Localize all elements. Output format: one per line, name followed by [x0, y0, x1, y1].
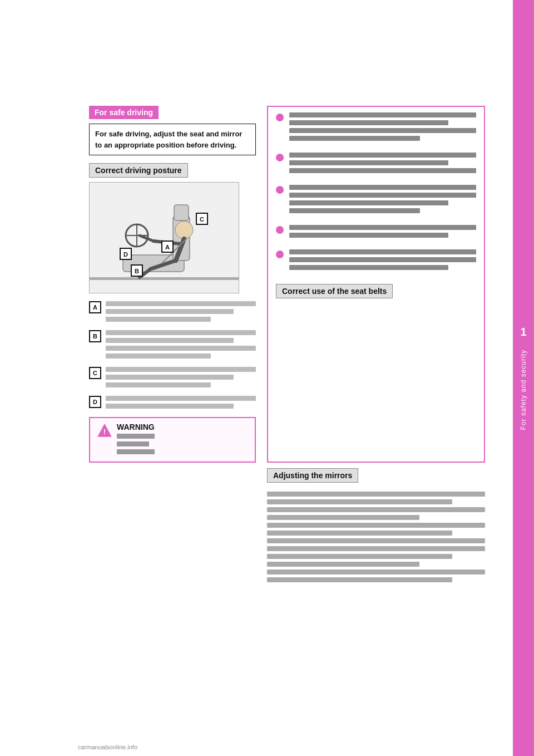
right-column-bullets: Correct use of the seat belts — [267, 106, 485, 463]
adjusting-mirrors-content — [267, 492, 485, 582]
svg-text:C: C — [200, 216, 204, 223]
bullet-dot-5 — [276, 251, 284, 258]
bullet-dot-4 — [276, 226, 284, 234]
item-b-row: B — [89, 330, 256, 361]
top-section: For safe driving For safe driving, adjus… — [89, 106, 485, 463]
svg-rect-3 — [174, 205, 189, 220]
for-safe-driving-section: For safe driving For safe driving, adjus… — [89, 106, 256, 155]
left-column: For safe driving For safe driving, adjus… — [89, 106, 256, 463]
main-content: For safe driving For safe driving, adjus… — [0, 0, 513, 756]
svg-rect-0 — [90, 277, 239, 280]
bullet-1 — [276, 112, 476, 144]
warning-icon: ! — [97, 423, 112, 438]
item-c-label: C — [89, 367, 101, 379]
warning-text — [117, 434, 155, 454]
warning-box: ! WARNING — [89, 417, 256, 463]
bullet-dot-3 — [276, 186, 284, 194]
item-a-row: A — [89, 301, 256, 325]
item-c-row: C — [89, 367, 256, 390]
bottom-left — [89, 468, 256, 585]
item-b-text — [106, 330, 256, 361]
for-safe-driving-header: For safe driving — [89, 106, 159, 119]
bullet-3 — [276, 185, 476, 216]
svg-text:D: D — [123, 251, 128, 258]
bullet-text-5 — [289, 249, 476, 273]
seat-diagram: A B C D — [90, 183, 239, 293]
item-a-text — [106, 301, 256, 325]
svg-text:A: A — [165, 244, 170, 251]
seat-illustration: A B C D — [89, 182, 239, 293]
bullet-text-1 — [289, 112, 476, 144]
svg-text:!: ! — [103, 428, 106, 436]
bullet-text-4 — [289, 225, 476, 240]
sidebar-chapter-number: 1 — [520, 326, 526, 338]
watermark: carmanualsonline.info — [78, 744, 137, 750]
correct-driving-posture-header: Correct driving posture — [89, 163, 188, 178]
item-c-text — [106, 367, 256, 390]
bottom-right: Adjusting the mirrors — [267, 468, 485, 585]
bullet-5 — [276, 249, 476, 273]
item-d-text — [106, 396, 256, 411]
warning-label: WARNING — [117, 423, 155, 431]
sidebar: 1 For safety and security — [513, 0, 534, 756]
item-d-row: D — [89, 396, 256, 411]
item-a-label: A — [89, 301, 101, 313]
bottom-section: Adjusting the mirrors — [89, 468, 485, 585]
bullet-4 — [276, 225, 476, 240]
correct-use-seat-belts-header: Correct use of the seat belts — [276, 284, 393, 298]
svg-text:B: B — [135, 268, 139, 274]
for-safe-driving-body: For safe driving, adjust the seat and mi… — [89, 124, 256, 155]
bullet-text-2 — [289, 153, 476, 176]
item-d-label: D — [89, 396, 101, 408]
bullet-dot-2 — [276, 154, 284, 161]
bullet-2 — [276, 153, 476, 176]
item-b-label: B — [89, 330, 101, 342]
svg-point-4 — [175, 221, 193, 239]
sidebar-chapter-label: For safety and security — [520, 350, 527, 430]
adjusting-mirrors-header: Adjusting the mirrors — [267, 468, 358, 483]
bullet-text-3 — [289, 185, 476, 216]
bullet-dot-1 — [276, 114, 284, 121]
